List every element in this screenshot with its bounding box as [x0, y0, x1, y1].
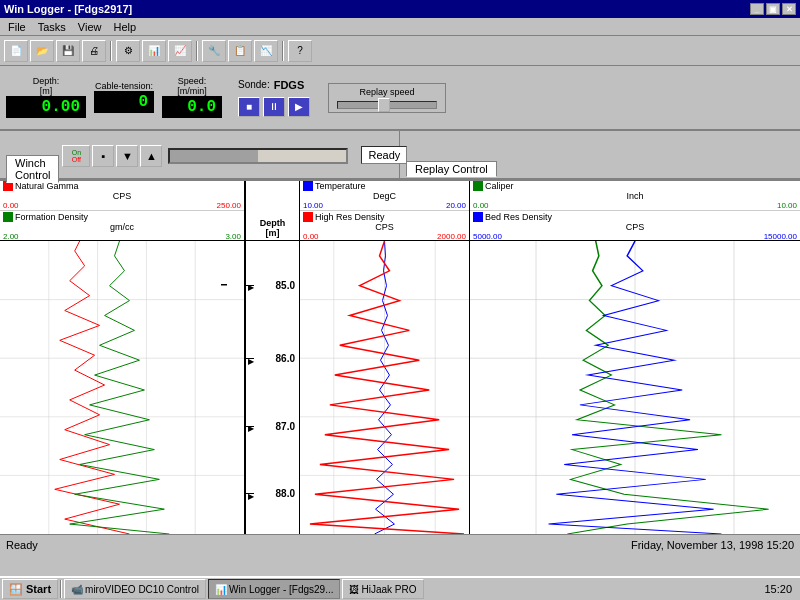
- toolbar-sep3: [282, 41, 284, 61]
- winlogger-icon: 📊: [215, 584, 227, 595]
- print-button[interactable]: 🖨: [82, 40, 106, 62]
- tb-btn6[interactable]: 📊: [142, 40, 166, 62]
- brd-unit: CPS: [626, 222, 645, 232]
- ng-unit: CPS: [113, 191, 132, 201]
- cal-min: 0.00: [473, 201, 489, 210]
- ng-max: 250.00: [217, 201, 241, 210]
- depth-body: 85.0 86.0 87.0 88.0 ▶ ▶ ▶ ▶: [246, 241, 299, 534]
- depth-track-label: Depth: [248, 218, 297, 228]
- right-track-header: Caliper Inch 0.00 10.00 Bed Res Density …: [470, 181, 800, 241]
- taskbar-item-hijaak[interactable]: 🖼 HiJaak PRO: [342, 579, 423, 599]
- depth-track-unit: [m]: [248, 228, 297, 238]
- status-right: Friday, November 13, 1998 15:20: [631, 539, 794, 551]
- close-button[interactable]: ✕: [782, 3, 796, 15]
- replay-speed-thumb[interactable]: [378, 98, 390, 112]
- sonde-value: FDGS: [274, 79, 305, 91]
- ctrl-btn3[interactable]: ▲: [140, 145, 162, 167]
- depth-value: 0.00: [6, 96, 86, 118]
- mirovideo-icon: 📹: [71, 584, 83, 595]
- depth-mark-88: 88.0: [276, 487, 295, 498]
- speed-group: Speed: [m/min] 0.0: [162, 77, 222, 119]
- hrd-unit: CPS: [375, 222, 394, 232]
- ng-label: Natural Gamma: [15, 181, 79, 191]
- save-button[interactable]: 💾: [56, 40, 80, 62]
- window-title: Win Logger - [Fdgs2917]: [4, 3, 132, 15]
- title-bar-buttons: _ ▣ ✕: [750, 3, 796, 15]
- tb-btn8[interactable]: 🔧: [202, 40, 226, 62]
- taskbar-time: 15:20: [758, 583, 798, 595]
- depth-group: Depth: [m] 0.00: [6, 77, 86, 119]
- tb-btn5[interactable]: ⚙: [116, 40, 140, 62]
- ng-min: 0.00: [3, 201, 19, 210]
- help-button[interactable]: ?: [288, 40, 312, 62]
- pause-button[interactable]: ⏸: [263, 97, 285, 117]
- left-track-panel: Natural Gamma CPS 0.00 250.00 Formation …: [0, 181, 245, 534]
- hrd-min: 0.00: [303, 232, 319, 241]
- minimize-button[interactable]: _: [750, 3, 764, 15]
- play-button[interactable]: ▶: [288, 97, 310, 117]
- menu-help[interactable]: Help: [108, 20, 143, 34]
- start-button[interactable]: 🪟 Start: [2, 579, 58, 599]
- menu-tasks[interactable]: Tasks: [32, 20, 72, 34]
- toolbar-sep2: [196, 41, 198, 61]
- temp-label: Temperature: [315, 181, 366, 191]
- ctrl-btn2[interactable]: ▼: [116, 145, 138, 167]
- speed-value: 0.0: [162, 96, 222, 118]
- middle-track-panel: Temperature DegC 10.00 20.00 High Res De…: [300, 181, 470, 534]
- cal-unit: Inch: [626, 191, 643, 201]
- onoff-button[interactable]: On Off: [62, 145, 90, 167]
- tab-winch[interactable]: Winch Control: [6, 155, 59, 183]
- toolbar: 📄 📂 💾 🖨 ⚙ 📊 📈 🔧 📋 📉 ?: [0, 36, 800, 66]
- hijaak-icon: 🖼: [349, 584, 359, 595]
- menu-view[interactable]: View: [72, 20, 108, 34]
- speed-label: Speed: [m/min]: [177, 77, 207, 97]
- main-content: Natural Gamma CPS 0.00 250.00 Formation …: [0, 179, 800, 534]
- tb-btn7[interactable]: 📈: [168, 40, 192, 62]
- left-chart-svg: [0, 241, 244, 534]
- open-button[interactable]: 📂: [30, 40, 54, 62]
- instrument-panel: Depth: [m] 0.00 Cable-tension: 0 Speed: …: [0, 66, 800, 131]
- brd-min: 5000.00: [473, 232, 502, 241]
- hrd-max: 2000.00: [437, 232, 466, 241]
- tb-btn9[interactable]: 📋: [228, 40, 252, 62]
- temp-min: 10.00: [303, 201, 323, 210]
- middle-track-header: Temperature DegC 10.00 20.00 High Res De…: [300, 181, 469, 241]
- ctrl-btn1[interactable]: ▪: [92, 145, 114, 167]
- depth-header: Depth [m]: [246, 181, 299, 241]
- fd-max: 3.00: [225, 232, 241, 241]
- fd-label: Formation Density: [15, 212, 88, 222]
- replay-speed-label: Replay speed: [337, 87, 437, 97]
- status-left: Ready: [6, 539, 38, 551]
- depth-label: Depth: [m]: [33, 77, 60, 97]
- taskbar-item-mirovideo[interactable]: 📹 miroVIDEO DC10 Control: [64, 579, 206, 599]
- fd-unit: gm/cc: [110, 222, 134, 232]
- taskbar-item-winlogger[interactable]: 📊 Win Logger - [Fdgs29...: [208, 579, 341, 599]
- cable-value: 0: [94, 91, 154, 113]
- sonde-label: Sonde:: [238, 79, 270, 90]
- status-bar: Ready Friday, November 13, 1998 15:20: [0, 534, 800, 554]
- maximize-button[interactable]: ▣: [766, 3, 780, 15]
- right-chart-area: [470, 241, 800, 534]
- start-label: Start: [26, 583, 51, 595]
- taskbar-sep1: [60, 580, 62, 598]
- fd-min: 2.00: [3, 232, 19, 241]
- new-button[interactable]: 📄: [4, 40, 28, 62]
- title-bar: Win Logger - [Fdgs2917] _ ▣ ✕: [0, 0, 800, 18]
- tab-replay[interactable]: Replay Control: [406, 161, 497, 177]
- depth-mark-86: 86.0: [276, 353, 295, 364]
- depth-mark-87: 87.0: [276, 420, 295, 431]
- mirovideo-label: miroVIDEO DC10 Control: [85, 584, 199, 595]
- start-icon: 🪟: [9, 583, 23, 596]
- menu-bar: File Tasks View Help: [0, 18, 800, 36]
- depth-mark-85: 85.0: [276, 279, 295, 290]
- middle-chart-area: [300, 241, 469, 534]
- stop-button[interactable]: ■: [238, 97, 260, 117]
- replay-speed-slider[interactable]: [337, 101, 437, 109]
- right-chart-svg: [470, 241, 800, 534]
- middle-chart-svg: [300, 241, 469, 534]
- menu-file[interactable]: File: [2, 20, 32, 34]
- cable-label: Cable-tension:: [95, 82, 153, 92]
- tb-btn10[interactable]: 📉: [254, 40, 278, 62]
- temp-max: 20.00: [446, 201, 466, 210]
- control-slider[interactable]: [168, 148, 348, 164]
